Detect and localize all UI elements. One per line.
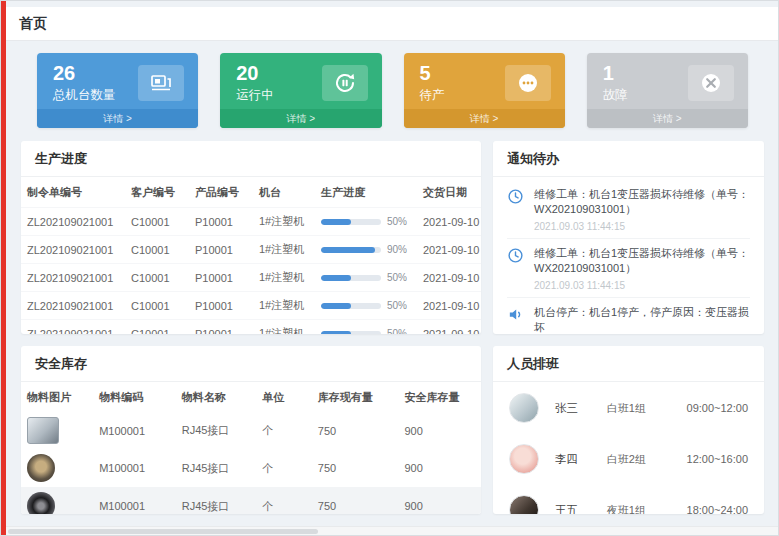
stat-value: 20 <box>236 62 274 85</box>
notice-text: 机台停产：机台1停产，停产原因：变压器损坏 <box>534 305 750 334</box>
machine-name: 1#注塑机 <box>253 208 315 236</box>
stat-value: 5 <box>420 62 445 85</box>
product-no: P10001 <box>189 208 253 236</box>
progress-label: 50% <box>387 216 407 227</box>
delivery-date: 2021-09-10 <box>417 292 481 320</box>
column-header: 物料名称 <box>176 382 256 412</box>
material-image <box>27 492 55 514</box>
customer-no: C10001 <box>125 264 189 292</box>
table-header-row: 物料图片 物料编码 物料名称 单位 库存现有量 安全库存量 <box>21 382 481 412</box>
material-code: M100001 <box>93 412 176 449</box>
panel-safety-inventory: 安全库存 物料图片 物料编码 物料名称 单位 库存 <box>21 346 481 514</box>
schedule-row: 王五 夜班1组 18:00~24:00 <box>493 484 764 514</box>
order-no: ZL202109021001 <box>21 264 125 292</box>
machine-name: 1#注塑机 <box>253 292 315 320</box>
table-row: ZL202109021001 C10001 P10001 1#注塑机 50% 2… <box>21 208 481 236</box>
delivery-date: 2021-09-10 <box>417 264 481 292</box>
product-no: P10001 <box>189 264 253 292</box>
detail-link[interactable]: 详情 > <box>404 109 565 128</box>
column-header: 安全库存量 <box>398 382 481 412</box>
stat-label: 故障 <box>603 87 628 104</box>
notice-item[interactable]: 机台停产：机台1停产，停产原因：变压器损坏 <box>507 298 750 334</box>
progress-bar: 50% <box>321 216 411 227</box>
stat-card-running: 20 运行中 详情 > <box>220 53 381 128</box>
window-left-accent <box>1 1 6 535</box>
delivery-date: 2021-09-10 <box>417 320 481 335</box>
panel-personnel-schedule: 人员排班 张三 白班1组 09:00~12:00 李四 白班2组 12:00~1… <box>493 346 764 514</box>
panel-title: 人员排班 <box>493 346 764 382</box>
material-unit: 个 <box>256 412 312 449</box>
machine-name: 1#注塑机 <box>253 264 315 292</box>
stat-label: 运行中 <box>236 87 274 104</box>
material-code: M100001 <box>93 487 176 514</box>
machine-name: 1#注塑机 <box>253 320 315 335</box>
speaker-icon <box>507 305 525 334</box>
table-row: ZL202109021001 C10001 P10001 1#注塑机 50% 2… <box>21 292 481 320</box>
order-no: ZL202109021001 <box>21 320 125 335</box>
inventory-table: 物料图片 物料编码 物料名称 单位 库存现有量 安全库存量 M <box>21 382 481 514</box>
progress-label: 50% <box>387 328 407 334</box>
notice-item[interactable]: 维修工单：机台1变压器损坏待维修（单号：WX202109031001） 2021… <box>507 180 750 239</box>
clock-icon <box>507 246 525 291</box>
detail-link[interactable]: 详情 > <box>37 109 198 128</box>
refresh-pause-icon <box>322 65 368 101</box>
column-header: 制令单编号 <box>21 177 125 208</box>
panel-production-progress: 生产进度 制令单编号 客户编号 产品编号 机台 生 <box>21 141 481 334</box>
material-name: RJ45接口 <box>176 412 256 449</box>
scrollbar-horizontal[interactable] <box>6 526 778 535</box>
material-image <box>27 417 59 444</box>
safety-stock: 900 <box>398 412 481 449</box>
material-code: M100001 <box>93 449 176 487</box>
person-shift: 白班1组 <box>607 401 687 416</box>
material-image <box>27 454 55 482</box>
scrollbar-handle[interactable] <box>8 529 318 534</box>
notice-item[interactable]: 维修工单：机台1变压器损坏待维修（单号：WX202109031001） 2021… <box>507 239 750 298</box>
page-header: 首页 <box>6 7 778 41</box>
column-header: 产品编号 <box>189 177 253 208</box>
schedule-row: 李四 白班2组 12:00~16:00 <box>493 433 764 484</box>
app-window: 首页 26 总机台数量 <box>0 0 779 536</box>
material-unit: 个 <box>256 449 312 487</box>
person-name: 李四 <box>555 452 607 467</box>
delivery-date: 2021-09-10 <box>417 236 481 264</box>
machine-name: 1#注塑机 <box>253 236 315 264</box>
avatar <box>509 444 539 474</box>
detail-link[interactable]: 详情 > <box>587 109 748 128</box>
notice-text: 维修工单：机台1变压器损坏待维修（单号：WX202109031001） <box>534 187 750 218</box>
panel-notices: 通知待办 维修工单：机台1变压器损坏待维修（单号：WX202109031001）… <box>493 141 764 334</box>
customer-no: C10001 <box>125 320 189 335</box>
progress-bar: 50% <box>321 272 411 283</box>
order-no: ZL202109021001 <box>21 236 125 264</box>
order-no: ZL202109021001 <box>21 208 125 236</box>
notice-text: 维修工单：机台1变压器损坏待维修（单号：WX202109031001） <box>534 246 750 277</box>
customer-no: C10001 <box>125 292 189 320</box>
panel-title: 生产进度 <box>21 141 481 177</box>
ellipsis-icon <box>505 65 551 101</box>
stock-on-hand: 750 <box>312 449 399 487</box>
detail-link[interactable]: 详情 > <box>220 109 381 128</box>
panel-title: 安全库存 <box>21 346 481 382</box>
customer-no: C10001 <box>125 208 189 236</box>
stat-card-total-machines: 26 总机台数量 详情 > <box>37 53 198 128</box>
stat-value: 1 <box>603 62 628 85</box>
progress-label: 50% <box>387 300 407 311</box>
notice-time: 2021.09.03 11:44:15 <box>534 221 750 232</box>
table-row: M100001 RJ45接口 个 750 900 <box>21 412 481 449</box>
person-time: 12:00~16:00 <box>687 453 748 465</box>
product-no: P10001 <box>189 292 253 320</box>
progress-bar: 50% <box>321 328 411 334</box>
column-header: 生产进度 <box>315 177 417 208</box>
table-row: M100001 RJ45接口 个 750 900 <box>21 487 481 514</box>
material-name: RJ45接口 <box>176 449 256 487</box>
safety-stock: 900 <box>398 487 481 514</box>
stock-on-hand: 750 <box>312 487 399 514</box>
person-shift: 夜班1组 <box>607 503 687 515</box>
tools-icon <box>688 65 734 101</box>
person-shift: 白班2组 <box>607 452 687 467</box>
product-no: P10001 <box>189 320 253 335</box>
stat-label: 总机台数量 <box>53 87 116 104</box>
customer-no: C10001 <box>125 236 189 264</box>
stat-value: 26 <box>53 62 116 85</box>
progress-label: 90% <box>387 244 407 255</box>
machine-icon <box>138 65 184 101</box>
